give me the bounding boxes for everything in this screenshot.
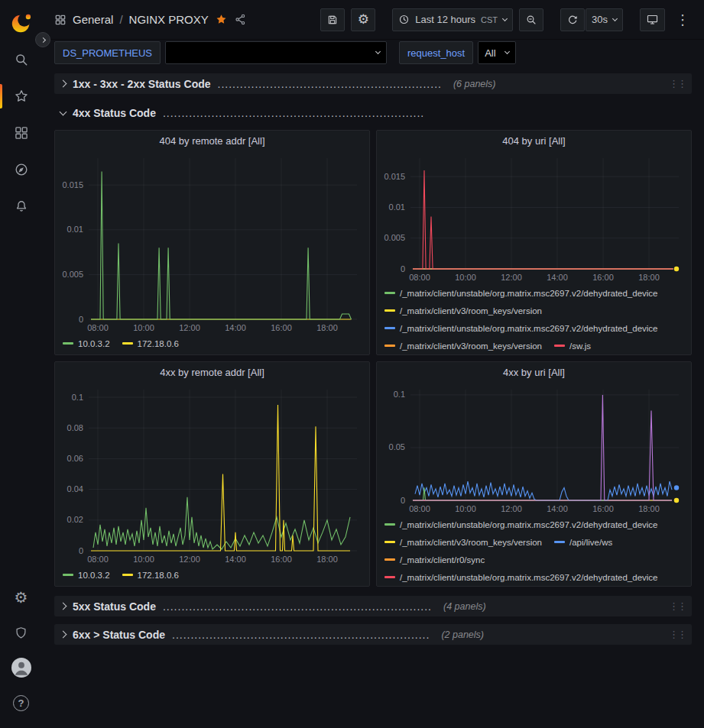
timeseries-chart: 08:0010:0012:0014:0016:0018:0000.050.1: [377, 383, 691, 516]
breadcrumb-section[interactable]: General: [73, 13, 113, 26]
svg-text:18:00: 18:00: [638, 504, 660, 513]
legend-item[interactable]: 172.18.0.6: [122, 569, 179, 581]
chevron-right-icon: [40, 37, 45, 42]
breadcrumb-dashboard-title[interactable]: NGINX PROXY: [129, 13, 209, 26]
legend-series-label: /_matrix/client/unstable/org.matrix.msc2…: [400, 324, 658, 333]
sidebar-expand-button[interactable]: [35, 32, 50, 47]
variable-label-ds-prometheus[interactable]: DS_PROMETHEUS: [54, 41, 161, 64]
legend-item[interactable]: 172.18.0.6: [122, 338, 179, 349]
panel-title[interactable]: 404 by remote addr [All]: [55, 131, 369, 152]
svg-text:0.01: 0.01: [389, 202, 405, 212]
svg-text:0.005: 0.005: [384, 233, 405, 242]
svg-text:0.005: 0.005: [62, 270, 83, 279]
row-drag-handle-icon[interactable]: ⋮⋮: [669, 629, 686, 640]
help-icon: ?: [13, 695, 29, 711]
legend-item[interactable]: /_matrix/client/v3/room_keys/version: [384, 305, 542, 316]
sidebar-item-starred[interactable]: [0, 78, 42, 115]
row-title-dots: ........................................…: [163, 600, 432, 613]
row-title-dots: ........................................…: [163, 107, 424, 119]
dashboard-settings-button[interactable]: ⚙: [351, 8, 375, 31]
chart-svg: 08:0010:0012:0014:0016:0018:0000.0050.01…: [377, 152, 691, 284]
legend-series-label: /_matrix/client/v3/room_keys/version: [400, 538, 542, 547]
legend-item[interactable]: /_matrix/client/r0/sync: [384, 554, 485, 565]
monitor-icon: [646, 13, 659, 26]
refresh-interval-dropdown[interactable]: 30s: [586, 8, 623, 31]
sidebar-item-explore[interactable]: [0, 151, 42, 188]
chart-svg: 08:0010:0012:0014:0016:0018:0000.050.1: [377, 383, 691, 516]
sidebar-item-search[interactable]: [0, 41, 42, 78]
variable-label-request-host[interactable]: request_host: [399, 41, 473, 64]
legend-item[interactable]: /api/live/ws: [554, 536, 612, 548]
panel-title[interactable]: 4xx by uri [All]: [377, 362, 691, 383]
legend-item[interactable]: /_matrix/client/v3/room_keys/version: [384, 536, 542, 548]
svg-text:0.01: 0.01: [67, 225, 83, 234]
panel-404-by-remote-addr: 404 by remote addr [All] 08:0010:0012:00…: [54, 130, 370, 355]
svg-text:0: 0: [79, 315, 83, 324]
svg-text:0.04: 0.04: [67, 484, 83, 493]
dashboard-row-6xx[interactable]: 6xx > Status Code ......................…: [54, 624, 692, 645]
sidebar-item-alerting[interactable]: [0, 188, 42, 225]
row-title-dots: ........................................…: [172, 629, 430, 641]
legend-item[interactable]: /_matrix/client/unstable/org.matrix.msc2…: [384, 322, 658, 334]
svg-text:14:00: 14:00: [547, 273, 568, 282]
dashboard-row-4xx[interactable]: 4xx Status Code ........................…: [54, 102, 692, 123]
time-range-picker[interactable]: Last 12 hours CST: [392, 8, 513, 31]
breadcrumb-separator: /: [119, 13, 122, 26]
save-icon: [326, 14, 339, 26]
panel-legend: /_matrix/client/unstable/org.matrix.msc2…: [377, 284, 691, 354]
svg-text:10:00: 10:00: [455, 504, 476, 513]
timeseries-chart: 08:0010:0012:0014:0016:0018:0000.0050.01…: [377, 152, 691, 284]
sidebar-item-configuration[interactable]: ⚙: [0, 580, 42, 615]
panel-title[interactable]: 404 by uri [All]: [377, 131, 691, 152]
svg-text:08:00: 08:00: [87, 323, 109, 332]
legend-item[interactable]: /_matrix/client/unstable/org.matrix.msc2…: [384, 287, 658, 299]
refresh-button[interactable]: [560, 8, 585, 31]
panel-title[interactable]: 4xx by remote addr [All]: [55, 362, 369, 383]
legend-series-label: /_matrix/client/v3/room_keys/version: [400, 306, 542, 315]
legend-series-label: /api/live/ws: [569, 538, 612, 547]
datasource-value-select[interactable]: [165, 41, 387, 64]
chevron-right-icon: [60, 631, 67, 639]
sidebar-item-help[interactable]: ?: [0, 685, 42, 720]
legend-item[interactable]: /_matrix/client/unstable/org.matrix.msc2…: [384, 571, 658, 583]
dashboard-row-1xx-3xx-2xx[interactable]: 1xx - 3xx - 2xx Status Code ............…: [54, 73, 692, 94]
sidebar-item-profile[interactable]: [0, 650, 42, 685]
timeseries-chart: 08:0010:0012:0014:0016:0018:0000.0050.01…: [55, 152, 369, 335]
legend-series-swatch: [384, 327, 395, 329]
legend-item[interactable]: /_matrix/client/v3/room_keys/version: [384, 340, 542, 351]
legend-item[interactable]: /sw.js: [554, 340, 591, 351]
tv-mode-button[interactable]: [640, 8, 665, 31]
svg-text:0.06: 0.06: [67, 454, 83, 463]
gear-icon: ⚙: [358, 13, 369, 26]
kebab-menu-icon[interactable]: ⋮: [671, 11, 693, 28]
request-host-value-select[interactable]: All: [478, 41, 516, 64]
legend-series-swatch: [384, 576, 395, 578]
save-dashboard-button[interactable]: [320, 8, 345, 31]
dashboard-row-5xx[interactable]: 5xx Status Code ........................…: [54, 596, 692, 616]
shield-icon: [14, 626, 28, 640]
legend-series-swatch: [384, 309, 395, 312]
svg-text:10:00: 10:00: [455, 273, 476, 282]
svg-text:16:00: 16:00: [271, 555, 292, 564]
svg-text:0.015: 0.015: [384, 172, 405, 181]
panel-grid: 404 by remote addr [All] 08:0010:0012:00…: [54, 130, 692, 587]
legend-series-swatch: [122, 342, 133, 345]
legend-series-label: 10.0.3.2: [78, 339, 110, 348]
legend-series-label: /_matrix/client/r0/sync: [400, 555, 485, 565]
legend-item[interactable]: /_matrix/client/unstable/org.matrix.msc2…: [384, 519, 658, 530]
legend-item[interactable]: 10.0.3.2: [63, 338, 110, 349]
svg-text:0.1: 0.1: [394, 390, 405, 399]
sidebar-item-dashboards[interactable]: [0, 115, 42, 151]
sidebar-item-server-admin[interactable]: [0, 615, 42, 650]
zoom-out-button[interactable]: [519, 8, 543, 31]
legend-item[interactable]: 10.0.3.2: [63, 569, 110, 581]
avatar: [11, 658, 31, 678]
grafana-app: ⚙ ? General: [0, 0, 704, 728]
row-drag-handle-icon[interactable]: ⋮⋮: [669, 600, 686, 612]
share-icon[interactable]: [234, 13, 247, 26]
variables-bar: DS_PROMETHEUS request_host All: [42, 40, 704, 70]
refresh-interval-label: 30s: [592, 14, 608, 25]
favorite-star-icon[interactable]: [215, 13, 228, 26]
svg-text:14:00: 14:00: [547, 504, 568, 513]
row-drag-handle-icon[interactable]: ⋮⋮: [669, 78, 686, 89]
